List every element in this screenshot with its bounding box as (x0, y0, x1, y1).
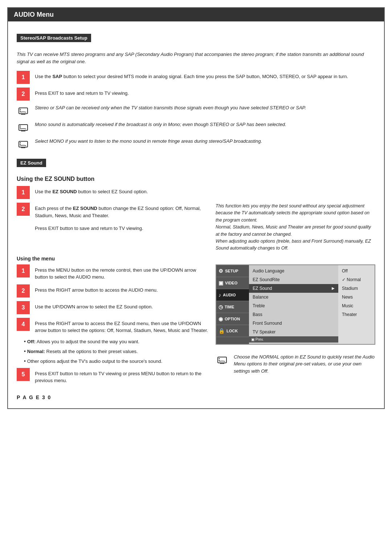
time-icon: ◷ (219, 304, 223, 310)
ez-step-2-left: 2 Each press of the EZ SOUND button chan… (17, 203, 208, 252)
menu-step-text-3: Use the UP/DOWN arrow to select the EZ S… (35, 301, 153, 311)
page-container: AUDIO Menu Stereo/SAP Broadcasts Setup T… (7, 7, 385, 409)
menu-prev-bar: ▣ Prev. (249, 336, 338, 343)
sidebar-audio[interactable]: ♪ AUDIO (216, 289, 249, 301)
menu-step-num-2: 2 (17, 284, 30, 297)
submenu-music[interactable]: Music (338, 301, 375, 310)
menu-step-num-4: 4 (17, 318, 30, 331)
menu-step-num-1: 1 (17, 264, 30, 278)
video-label: VIDEO (225, 281, 237, 285)
ez-sound-title: Using the EZ SOUND button (17, 176, 375, 182)
stereo-step-1: 1 Use the SAP button to select your desi… (17, 71, 375, 84)
step-num-2: 2 (17, 88, 30, 101)
ez-step-2: 2 Each press of the EZ SOUND button chan… (17, 203, 208, 219)
ez-step-1: 1 Use the EZ SOUND button to select EZ S… (17, 186, 375, 199)
menu-ez-sound[interactable]: EZ Sound ▶ (249, 284, 338, 293)
submenu-news[interactable]: News (338, 293, 375, 301)
lock-label: LOCK (226, 329, 238, 333)
bottom-note-row: Choose the NORMAL option in EZ Sound to … (216, 353, 375, 375)
bullet-normal: Normal: Resets all the options to their … (24, 348, 208, 355)
menu-step-text-1: Press the MENU button on the remote cont… (35, 264, 208, 281)
ez-step-2-area: 2 Each press of the EZ SOUND button chan… (17, 203, 375, 252)
stereo-sap-header: Stereo/SAP Broadcasts Setup (17, 34, 91, 42)
menu-step-2: 2 Press the RIGHT arrow button to access… (17, 284, 208, 297)
tv-icon-bottom (216, 353, 229, 366)
stereo-note-3: Select MONO if you want to listen to the… (17, 138, 375, 151)
menu-steps-area: 1 Press the MENU button on the remote co… (17, 264, 375, 388)
menu-step-text-2: Press the RIGHT arrow button to access t… (35, 284, 158, 294)
menu-step-text-5: Press EXIT button to return to TV viewin… (35, 368, 208, 384)
svg-point-11 (20, 142, 21, 143)
svg-point-1 (20, 109, 21, 110)
video-icon: ▣ (219, 280, 223, 286)
ez-step-2b: 2 Press EXIT button to save and return t… (17, 223, 208, 236)
menu-front-surround: Front Surround (249, 319, 338, 328)
ez-step-num-1: 1 (17, 186, 30, 199)
ez-sound-header: EZ Sound (17, 159, 46, 167)
step-text-2: Press EXIT to save and return to TV view… (35, 88, 129, 97)
menu-treble: Treble (249, 301, 338, 310)
menu-audio-language: Audio Language (249, 267, 338, 275)
audio-label: AUDIO (223, 293, 236, 297)
menu-main: Audio Language EZ SoundRite EZ Sound ▶ B… (249, 265, 338, 344)
ez-step-text-1: Use the EZ SOUND button to select EZ Sou… (35, 186, 148, 195)
bullet-list: Off: Allows you to adjust the sound the … (24, 338, 208, 365)
setup-icon: ⚙ (219, 268, 223, 274)
sidebar-option: ◉ OPTION (216, 313, 249, 325)
menu-steps-left: 1 Press the MENU button on the remote co… (17, 264, 208, 388)
page-title: AUDIO Menu (8, 8, 384, 21)
bottom-note-text: Choose the NORMAL option in EZ Sound to … (234, 353, 375, 375)
note-text-2: Mono sound is automatically received if … (35, 121, 286, 128)
menu-step-3: 3 Use the UP/DOWN arrow to select the EZ… (17, 301, 208, 314)
sidebar-video: ▣ VIDEO (216, 277, 249, 289)
stereo-note-1: Stereo or SAP can be received only when … (17, 104, 375, 117)
menu-submenu: Off Normal Stadium News Music Theater (338, 265, 375, 344)
menu-ui-box: ⚙ SETUP ▣ VIDEO ♪ AUDIO ◷ (216, 264, 375, 345)
bullet-off: Off: Allows you to adjust the sound the … (24, 338, 208, 345)
ez-step-2-right: This function lets you enjoy the best so… (216, 203, 375, 252)
svg-point-6 (20, 126, 21, 127)
stereo-sap-section: Stereo/SAP Broadcasts Setup (17, 34, 375, 46)
menu-sidebar: ⚙ SETUP ▣ VIDEO ♪ AUDIO ◷ (216, 265, 249, 344)
menu-right-col: ⚙ SETUP ▣ VIDEO ♪ AUDIO ◷ (216, 264, 375, 388)
lock-icon: 🔒 (219, 328, 225, 334)
submenu-off[interactable]: Off (338, 267, 375, 275)
sidebar-time: ◷ TIME (216, 301, 249, 313)
sidebar-lock: 🔒 LOCK (216, 325, 249, 337)
page-footer: P A G E 3 0 (17, 394, 375, 400)
menu-step-1: 1 Press the MENU button on the remote co… (17, 264, 208, 281)
title-text: AUDIO Menu (14, 11, 54, 18)
menu-balance: Balance (249, 293, 338, 301)
menu-step-text-4: Press the RIGHT arrow to access the EZ S… (35, 318, 208, 334)
option-label: OPTION (225, 317, 240, 321)
tv-icon-2 (17, 121, 30, 134)
menu-tv-speaker: TV Speaker (249, 328, 338, 336)
setup-label: SETUP (225, 269, 238, 273)
menu-step-4: 4 Press the RIGHT arrow to access the EZ… (17, 318, 208, 334)
svg-point-12 (20, 144, 21, 145)
stereo-sap-intro: This TV can receive MTS stereo programs … (17, 51, 375, 65)
step-num-1: 1 (17, 71, 30, 84)
bullet-other: Other options adjust the TV's audio outp… (24, 357, 208, 365)
ez-step-num-2: 2 (17, 203, 30, 216)
ez-step-text-2b: Press EXIT button to save and return to … (35, 223, 143, 232)
svg-point-2 (20, 111, 21, 112)
using-menu-label: Using the menu (17, 256, 375, 262)
time-label: TIME (225, 305, 234, 309)
step-text-1: Use the SAP button to select your desire… (35, 71, 348, 80)
note-text-3: Select MONO if you want to listen to the… (35, 138, 262, 145)
ez-step-text-2: Each press of the EZ SOUND button change… (35, 203, 208, 219)
submenu-normal[interactable]: Normal (338, 275, 375, 284)
menu-ez-soundrite: EZ SoundRite (249, 275, 338, 284)
ez-sound-section: EZ Sound (17, 159, 375, 171)
menu-step-num-3: 3 (17, 301, 30, 314)
sidebar-setup: ⚙ SETUP (216, 265, 249, 277)
arrow-icon: ▶ (332, 286, 335, 290)
menu-bass: Bass (249, 310, 338, 319)
submenu-theater[interactable]: Theater (338, 310, 375, 319)
ez-right-text: This function lets you enjoy the best so… (216, 203, 375, 252)
svg-point-16 (219, 358, 220, 359)
stereo-note-2: Mono sound is automatically received if … (17, 121, 375, 134)
submenu-stadium[interactable]: Stadium (338, 284, 375, 293)
svg-point-7 (20, 127, 21, 129)
